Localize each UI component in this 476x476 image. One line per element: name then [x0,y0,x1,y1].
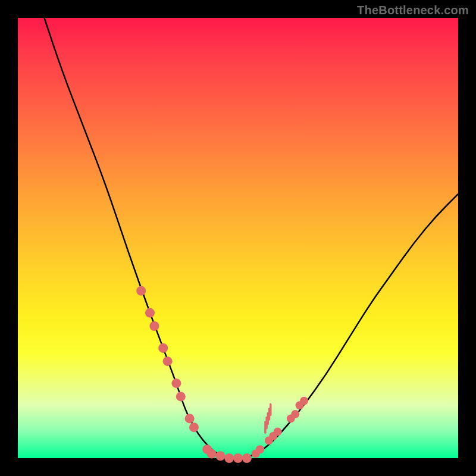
data-point [185,414,195,423]
data-point [224,453,234,463]
chart-container: TheBottleneck.com [0,0,476,476]
data-point [215,451,225,461]
data-point [242,453,252,463]
data-point [207,449,217,459]
data-point [256,445,264,453]
bottleneck-curve [44,18,458,458]
data-point [291,410,299,418]
data-points-left [136,286,252,463]
data-point [233,453,243,463]
data-point [136,286,146,296]
data-point [300,397,308,405]
data-point [158,343,168,353]
chart-svg-layer [18,18,458,458]
data-point [274,428,282,436]
data-point [163,356,173,366]
data-point [149,321,159,331]
data-point [171,378,181,388]
data-point [145,308,155,318]
watermark-text: TheBottleneck.com [357,4,469,17]
data-point [189,422,199,432]
vertical-tick-cluster [265,405,271,433]
data-point [176,392,186,401]
data-points-right [252,397,308,458]
